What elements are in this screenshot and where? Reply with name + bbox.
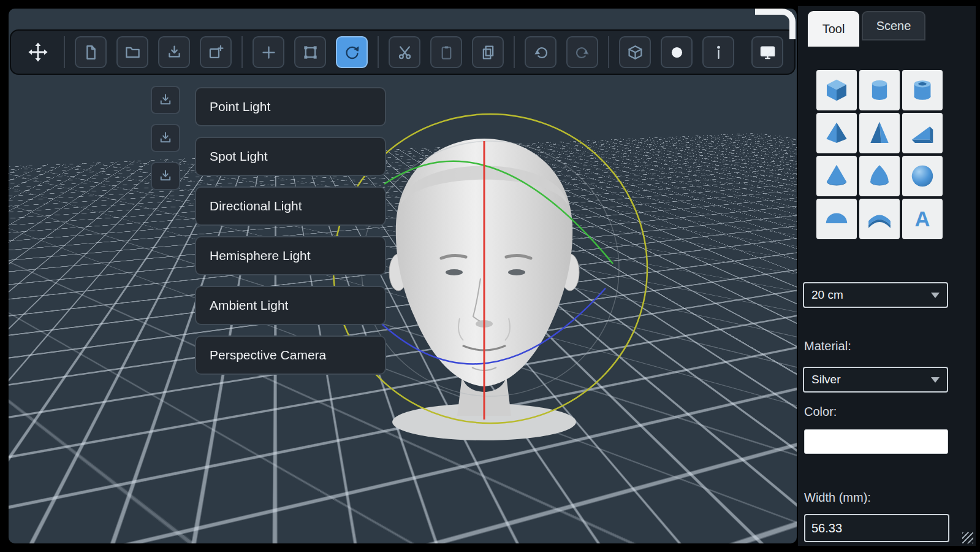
tube-icon [908,76,936,104]
cylinder-icon [865,76,894,104]
download-icon [166,44,183,61]
shape-cone-button[interactable] [816,156,857,196]
width-input[interactable] [804,514,949,542]
new-file-icon [83,44,99,61]
download-icon [158,93,173,107]
new-file-button[interactable] [75,36,107,68]
move-icon [28,42,48,63]
translate-tool-button[interactable] [253,36,284,68]
light-import-button-2[interactable] [151,124,180,152]
paste-button[interactable] [472,36,504,68]
duplicate-icon [480,44,496,61]
import-button[interactable] [158,36,190,68]
menu-item-label: Directional Light [210,199,302,213]
folder-icon [124,44,141,61]
cut-button[interactable] [389,36,420,68]
viewport-3d[interactable]: Point Light Spot Light Directional Light… [9,9,797,543]
svg-text:A: A [915,207,930,231]
shape-wedge-button[interactable] [902,113,943,153]
light-import-button-3[interactable] [151,162,180,190]
material-select[interactable]: Silver [803,367,948,393]
display-button[interactable] [751,36,783,68]
cube-outline-icon [627,44,644,61]
resize-grip[interactable] [962,532,973,543]
menu-item-ambient-light[interactable]: Ambient Light [195,286,386,325]
scene-overlay [9,9,797,543]
shape-tube-button[interactable] [902,70,943,110]
clipboard-icon [438,44,455,61]
cone-icon [822,162,851,190]
material-label: Material: [804,339,851,353]
toolbar-divider [378,36,379,68]
app-window: Point Light Spot Light Directional Light… [0,0,980,552]
shape-cylinder-button[interactable] [859,70,900,110]
copy-button[interactable] [430,36,462,68]
paraboloid-icon [865,162,894,190]
white-circle-icon [669,44,685,61]
shape-pyramid-button[interactable] [816,113,857,153]
light-import-button-1[interactable] [151,86,180,114]
shape-hemisphere-button[interactable] [816,199,857,239]
chevron-down-icon [931,293,940,298]
shape-paraboloid-button[interactable] [859,156,900,196]
text-tool-icon: A [908,205,936,233]
shape-text-button[interactable]: A [902,199,943,239]
rotate-tool-button[interactable] [336,36,368,68]
main-toolbar [10,29,796,75]
color-label: Color: [804,405,837,419]
shape-palette: A [816,70,944,239]
shape-tetrahedron-button[interactable] [859,113,900,153]
viewport-corner-decoration [755,9,796,39]
color-swatch[interactable] [804,429,948,454]
tab-tool[interactable]: Tool [808,11,859,47]
menu-item-spot-light[interactable]: Spot Light [195,137,386,176]
move-button[interactable] [22,36,54,68]
menu-item-hemisphere-light[interactable]: Hemisphere Light [195,236,386,275]
cube-icon [822,76,851,104]
undo-arrow-icon [533,44,549,61]
download-icon [158,131,173,145]
toolbar-divider [241,36,243,68]
redo-arrow-icon [574,44,591,61]
crosshair-icon [260,44,277,61]
light-menu: Point Light Spot Light Directional Light… [195,87,386,375]
menu-item-label: Ambient Light [210,298,288,313]
open-file-button[interactable] [116,36,148,68]
curved-sheet-icon [865,205,894,233]
solid-view-button[interactable] [619,36,651,68]
shape-cube-button[interactable] [816,70,857,110]
menu-item-label: Point Light [210,99,270,114]
download-icon [158,169,173,183]
wedge-icon [908,119,936,147]
menu-item-directional-light[interactable]: Directional Light [195,186,386,226]
undo-button[interactable] [525,36,556,68]
redo-button[interactable] [566,36,598,68]
shape-sphere-button[interactable] [902,156,943,196]
menu-item-perspective-camera[interactable]: Perspective Camera [195,335,386,375]
menu-item-label: Spot Light [210,149,268,164]
chevron-down-icon [931,377,940,383]
width-label: Width (mm): [804,491,871,505]
scissors-icon [397,44,413,61]
shape-curved-sheet-button[interactable] [859,199,900,239]
size-select[interactable]: 20 cm [803,282,948,308]
menu-item-point-light[interactable]: Point Light [195,87,386,126]
hemisphere-icon [822,205,851,233]
monitor-icon [759,44,776,61]
info-icon [710,44,727,61]
scale-tool-button[interactable] [294,36,326,68]
side-panel: Tool Scene [798,6,976,546]
toolbar-divider [514,36,515,68]
tab-scene[interactable]: Scene [862,11,925,40]
import-add-button[interactable] [200,36,232,68]
size-select-value: 20 cm [811,288,843,302]
material-select-value: Silver [811,373,841,386]
pyramid-icon [822,119,851,147]
menu-item-label: Perspective Camera [210,348,326,362]
record-button[interactable] [661,36,693,68]
info-button[interactable] [702,36,734,68]
box-plus-icon [208,44,224,61]
menu-item-label: Hemisphere Light [210,248,311,263]
toolbar-divider [608,36,609,68]
rotate-icon [344,44,360,61]
